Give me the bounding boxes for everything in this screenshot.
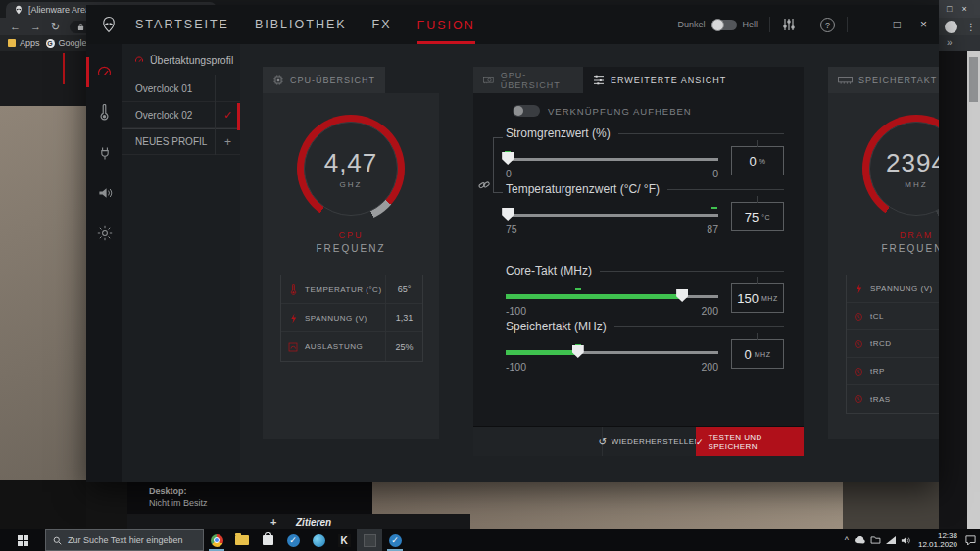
taskbar-search[interactable]: Zur Suche Text hier eingeben: [45, 529, 204, 551]
slider-trackzone[interactable]: [506, 152, 718, 166]
theme-toggle-knob[interactable]: [711, 19, 724, 31]
slider-max: 200: [701, 305, 718, 317]
slider-fill: [506, 294, 682, 299]
scrollbar-thumb[interactable]: [969, 57, 978, 102]
bookmarks-overflow-chevron[interactable]: »: [939, 35, 980, 51]
maximize-button[interactable]: □: [894, 18, 901, 31]
page-red-accent: [63, 53, 65, 84]
profile-overclock-02[interactable]: Overclock 02 ✓: [122, 102, 240, 128]
rail-overclock[interactable]: [86, 52, 122, 92]
rail-lighting[interactable]: [86, 213, 122, 253]
reload-button[interactable]: ↻: [51, 18, 60, 35]
slider-trackzone[interactable]: [506, 289, 718, 303]
slider-track[interactable]: [506, 158, 718, 161]
unlink-toggle-knob[interactable]: [514, 106, 523, 116]
profile-overclock-01[interactable]: Overclock 01: [122, 75, 240, 102]
cite-button[interactable]: Zitieren: [296, 517, 331, 527]
cpu-chip-icon: [272, 75, 284, 86]
slider-handle[interactable]: [676, 289, 688, 302]
awcc-body: Übertaktungsprofil Overclock 01 Overcloc…: [86, 44, 939, 482]
taskbar-app-check-2[interactable]: ✓: [382, 529, 408, 551]
onedrive-cloud-icon[interactable]: [854, 536, 865, 544]
slider-track[interactable]: [506, 351, 718, 354]
bookmark-apps[interactable]: Apps: [8, 38, 40, 48]
slider-trackzone[interactable]: [506, 345, 718, 359]
restore-button[interactable]: ↺ WIEDERHERSTELLEN: [602, 427, 696, 456]
slider-max: 0: [712, 168, 718, 179]
cpu-frequency-value: 4,47: [324, 148, 378, 178]
minimize-button[interactable]: –: [867, 18, 874, 31]
expand-post-button[interactable]: +: [270, 516, 276, 527]
taskbar-clock[interactable]: 12:38 12.01.2020: [915, 531, 960, 549]
scrollbar-track[interactable]: [967, 51, 980, 529]
advanced-view-tab[interactable]: ERWEITERTE ANSICHT: [583, 67, 760, 93]
slider-handle[interactable]: [502, 152, 514, 165]
help-button[interactable]: ?: [820, 18, 835, 32]
alienware-logo-icon: [100, 16, 118, 33]
equalizer-icon[interactable]: [782, 18, 796, 31]
volume-icon[interactable]: [901, 536, 910, 545]
taskbar-k-app[interactable]: K: [331, 529, 357, 551]
new-profile-row[interactable]: NEUES PROFIL +: [122, 128, 240, 155]
rail-thermal[interactable]: [86, 92, 122, 132]
tray-chevron[interactable]: ^: [845, 535, 849, 545]
voltage-bolt-icon: [855, 283, 863, 294]
test-and-save-button[interactable]: ✓ TESTEN UND SPEICHERN: [696, 427, 804, 456]
taskbar-edge[interactable]: [306, 529, 331, 551]
slider-value-box[interactable]: 0%: [731, 146, 784, 175]
slider-trackzone[interactable]: [506, 208, 718, 222]
close-button[interactable]: ×: [920, 18, 927, 31]
unlink-toggle[interactable]: [513, 105, 540, 117]
profile-check-cell: [215, 75, 240, 102]
stat-label: AUSLASTUNG: [305, 342, 385, 351]
taskbar-app-check[interactable]: ✓: [280, 529, 306, 551]
panel-footer: ↺ WIEDERHERSTELLEN ✓ TESTEN UND SPEICHER…: [473, 426, 804, 456]
start-button[interactable]: [0, 529, 45, 551]
cpu-overview-tab[interactable]: CPU-ÜBERSICHT: [263, 67, 385, 93]
advanced-view-body: VERKNÜPFUNG AUFHEBEN Stromgrenzwert (%): [473, 93, 804, 426]
network-icon[interactable]: [886, 536, 896, 544]
system-tray: ^ 12:38 12.01.2020: [845, 531, 980, 549]
close-button-behind[interactable]: ×: [961, 4, 966, 14]
taskbar-chrome[interactable]: [204, 529, 229, 551]
slider-track[interactable]: [506, 214, 718, 217]
nav-bibliothek[interactable]: BIBLIOTHEK: [255, 5, 347, 44]
memory-clock-tab[interactable]: SPEICHERTAKT: [828, 67, 939, 93]
taskbar-explorer[interactable]: [229, 529, 255, 551]
rail-power[interactable]: [86, 132, 122, 173]
rail-audio[interactable]: [86, 173, 122, 213]
slider-value-box[interactable]: 150MHZ: [731, 283, 784, 313]
profiles-panel: Übertaktungsprofil Overclock 01 Overcloc…: [122, 44, 240, 482]
stat-label: SPANNUNG (V): [305, 314, 385, 323]
slider-label: Core-Takt (MHz): [506, 264, 592, 277]
tray-folder-icon[interactable]: [870, 536, 881, 544]
awcc-window: STARTSEITE BIBLIOTHEK FX FUSION Dunkel H…: [86, 5, 939, 482]
slider-handle[interactable]: [502, 208, 514, 221]
slider-value-box[interactable]: 0MHZ: [731, 339, 784, 369]
nav-fx[interactable]: FX: [372, 5, 392, 44]
add-profile-button[interactable]: +: [224, 135, 231, 149]
browser-menu-icon[interactable]: ⋮: [966, 22, 976, 32]
save-label: TESTEN UND SPEICHERN: [709, 433, 804, 451]
avatar[interactable]: [945, 21, 957, 33]
bookmark-google[interactable]: G Google: [46, 38, 87, 48]
restore-button-behind[interactable]: □: [947, 4, 952, 14]
slider-value-box[interactable]: 75°C: [731, 202, 784, 231]
slider-unit: MHZ: [761, 295, 778, 302]
bookmark-apps-label: Apps: [20, 38, 40, 48]
stat-value: 65°: [385, 276, 422, 303]
nav-fusion[interactable]: FUSION: [417, 5, 475, 44]
memory-stat-tras: tRAS: [847, 385, 939, 413]
slider-handle[interactable]: [572, 345, 584, 358]
blue-check-app-icon: ✓: [287, 534, 300, 547]
nav-startseite[interactable]: STARTSEITE: [135, 5, 229, 44]
slider-track[interactable]: [506, 295, 718, 298]
notification-center-icon[interactable]: [965, 535, 976, 545]
back-button[interactable]: ←: [10, 18, 21, 35]
taskbar-store[interactable]: [255, 529, 280, 551]
gpu-overview-tab[interactable]: GPU-ÜBERSICHT: [473, 67, 583, 93]
taskbar-awcc[interactable]: [357, 529, 382, 551]
slider-fill: [506, 350, 578, 355]
forward-button[interactable]: →: [30, 18, 41, 35]
theme-toggle[interactable]: [711, 20, 737, 30]
